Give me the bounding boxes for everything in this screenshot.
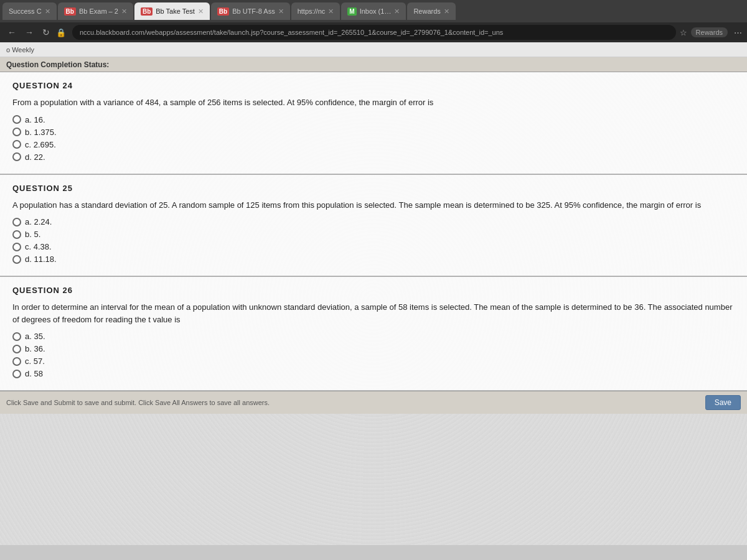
q26-label-d: d. 58 — [25, 369, 43, 378]
tab-utf8[interactable]: Bb Bb UTF-8 Ass ✕ — [211, 2, 290, 20]
browser-tab-bar: Success C ✕ Bb Bb Exam – 2 ✕ Bb Bb Take … — [0, 0, 747, 22]
q24-option-d[interactable]: d. 22. — [12, 152, 735, 162]
forward-button[interactable]: → — [22, 26, 36, 39]
more-options-icon[interactable]: ⋯ — [734, 28, 742, 37]
q25-option-a[interactable]: a. 2.24. — [12, 217, 735, 226]
q25-label-a: a. 2.24. — [25, 217, 52, 226]
q24-label-c: c. 2.695. — [25, 140, 56, 149]
q26-option-a[interactable]: a. 35. — [12, 332, 735, 341]
question-24-options: a. 16. b. 1.375. c. 2.695. d. 22. — [12, 115, 735, 162]
secondary-label: o Weekly — [6, 46, 34, 54]
completion-status-bar: Question Completion Status: — [0, 57, 747, 72]
question-26-title: QUESTION 26 — [12, 286, 735, 295]
tab-inbox[interactable]: M Inbox (1… ✕ — [341, 2, 406, 20]
question-25-text: A population has a standard deviation of… — [12, 199, 735, 212]
question-24-title: QUESTION 24 — [12, 81, 735, 90]
tab-close-icon[interactable]: ✕ — [394, 7, 400, 16]
q26-label-c: c. 57. — [25, 357, 45, 366]
tab-close-icon[interactable]: ✕ — [278, 7, 284, 16]
tab-https[interactable]: https://nc ✕ — [291, 2, 341, 20]
secondary-bar: o Weekly — [0, 42, 747, 57]
question-24-block: QUESTION 24 From a population with a var… — [0, 72, 747, 174]
q24-label-d: d. 22. — [25, 152, 45, 162]
q24-radio-a[interactable] — [12, 115, 21, 124]
tab-success[interactable]: Success C ✕ — [2, 2, 57, 20]
question-25-title: QUESTION 25 — [12, 184, 735, 193]
tab-label: Rewards — [413, 7, 440, 15]
mail-icon: M — [347, 7, 356, 16]
q24-radio-b[interactable] — [12, 128, 21, 136]
q26-radio-d[interactable] — [12, 370, 21, 378]
bb-icon: Bb — [141, 7, 153, 16]
question-25-block: QUESTION 25 A population has a standard … — [0, 175, 747, 277]
q24-radio-c[interactable] — [12, 140, 21, 149]
footer-bar: Click Save and Submit to save and submit… — [0, 391, 747, 414]
bb-icon: Bb — [64, 7, 76, 16]
tab-close-icon[interactable]: ✕ — [328, 7, 334, 16]
q25-option-d[interactable]: d. 11.18. — [12, 254, 735, 264]
question-24-text: From a population with a variance of 484… — [12, 96, 735, 109]
question-26-options: a. 35. b. 36. c. 57. d. 58 — [12, 332, 735, 378]
q25-option-c[interactable]: c. 4.38. — [12, 242, 735, 251]
footer-instruction: Click Save and Submit to save and submit… — [6, 399, 270, 406]
q25-radio-a[interactable] — [12, 218, 21, 226]
q25-label-c: c. 4.38. — [25, 242, 52, 251]
q25-option-b[interactable]: b. 5. — [12, 230, 735, 239]
tab-label: Bb Take Test — [156, 7, 195, 15]
q25-label-b: b. 5. — [25, 230, 40, 239]
q26-radio-c[interactable] — [12, 357, 21, 366]
q24-option-c[interactable]: c. 2.695. — [12, 140, 735, 149]
tab-label: Bb UTF-8 Ass — [232, 7, 275, 15]
lock-icon: 🔒 — [56, 28, 66, 37]
q24-option-b[interactable]: b. 1.375. — [12, 128, 735, 137]
tab-close-icon[interactable]: ✕ — [444, 7, 449, 16]
q26-option-d[interactable]: d. 58 — [12, 369, 735, 378]
questions-wrapper: QUESTION 24 From a population with a var… — [0, 72, 747, 414]
content-area: Question Completion Status: QUESTION 24 … — [0, 57, 747, 545]
back-button[interactable]: ← — [5, 26, 19, 39]
url-input[interactable] — [72, 25, 676, 40]
bookmark-icon[interactable]: ☆ — [680, 28, 687, 37]
question-26-text: In order to determine an interval for th… — [12, 301, 735, 325]
save-button[interactable]: Save — [705, 395, 741, 410]
q26-radio-a[interactable] — [12, 332, 21, 341]
completion-status-label: Question Completion Status: — [6, 60, 109, 69]
tab-label: Bb Exam – 2 — [79, 7, 118, 15]
reload-button[interactable]: ↻ — [40, 26, 52, 39]
q26-label-b: b. 36. — [25, 344, 45, 353]
tab-take-test[interactable]: Bb Bb Take Test ✕ — [134, 2, 210, 20]
q26-option-b[interactable]: b. 36. — [12, 344, 735, 353]
q25-radio-c[interactable] — [12, 243, 21, 251]
q26-label-a: a. 35. — [25, 332, 45, 341]
tab-rewards[interactable]: Rewards ✕ — [407, 2, 455, 20]
q24-label-a: a. 16. — [25, 115, 45, 124]
tab-close-icon[interactable]: ✕ — [198, 7, 204, 16]
q25-radio-d[interactable] — [12, 255, 21, 264]
tab-label: https://nc — [298, 7, 326, 15]
tab-close-icon[interactable]: ✕ — [121, 7, 127, 16]
q24-option-a[interactable]: a. 16. — [12, 115, 735, 124]
tab-label: Success C — [9, 7, 42, 15]
rewards-button[interactable]: Rewards — [691, 27, 728, 37]
q25-radio-b[interactable] — [12, 230, 21, 239]
address-bar: ← → ↻ 🔒 ☆ Rewards ⋯ — [0, 22, 747, 42]
tab-close-icon[interactable]: ✕ — [45, 7, 50, 16]
q26-option-c[interactable]: c. 57. — [12, 357, 735, 366]
q25-label-d: d. 11.18. — [25, 254, 57, 264]
q24-radio-d[interactable] — [12, 152, 21, 161]
tab-exam2[interactable]: Bb Bb Exam – 2 ✕ — [58, 2, 133, 20]
question-26-block: QUESTION 26 In order to determine an int… — [0, 277, 747, 391]
question-25-options: a. 2.24. b. 5. c. 4.38. d. 11.18. — [12, 217, 735, 264]
q24-label-b: b. 1.375. — [25, 128, 57, 137]
q26-radio-b[interactable] — [12, 345, 21, 353]
tab-label: Inbox (1… — [360, 7, 392, 15]
bb-icon: Bb — [217, 7, 229, 16]
